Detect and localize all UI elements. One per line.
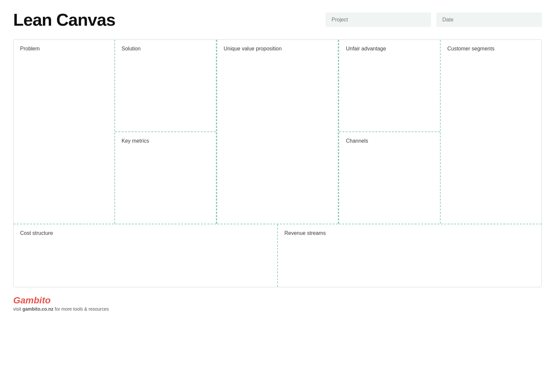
brand-name: Gambito [13, 295, 542, 306]
problem-cell: Problem [14, 40, 115, 224]
channels-cell: Channels [339, 132, 440, 224]
uvp-cell: Unique value proposition [217, 40, 339, 224]
revenue-streams-cell: Revenue streams [278, 224, 541, 287]
unfair-advantage-label: Unfair advantage [339, 40, 440, 55]
unfair-stack: Unfair advantage Channels [338, 40, 441, 224]
top-section: Problem Solution Key metrics Unique valu… [14, 40, 541, 224]
key-metrics-label: Key metrics [115, 132, 216, 147]
bottom-section: Cost structure Revenue streams [14, 224, 541, 287]
problem-label: Problem [14, 40, 114, 55]
customer-segments-cell: Customer segments [441, 40, 541, 224]
unfair-advantage-cell: Unfair advantage [339, 40, 440, 132]
customer-segments-label: Customer segments [441, 40, 541, 55]
page-title: Lean Canvas [13, 10, 115, 30]
project-input[interactable] [326, 13, 431, 27]
solution-stack: Solution Key metrics [115, 40, 217, 224]
solution-label: Solution [115, 40, 216, 55]
tagline-prefix: visit [13, 306, 22, 312]
tagline-link: gambito.co.nz [22, 306, 53, 312]
page-header: Lean Canvas [13, 10, 542, 30]
cost-structure-cell: Cost structure [14, 224, 278, 287]
footer-tagline: visit gambito.co.nz for more tools & res… [13, 306, 542, 312]
channels-label: Channels [339, 132, 440, 147]
footer: Gambito visit gambito.co.nz for more too… [13, 295, 542, 312]
revenue-streams-label: Revenue streams [278, 224, 541, 239]
cost-structure-label: Cost structure [14, 224, 277, 239]
date-input[interactable] [436, 13, 542, 27]
key-metrics-cell: Key metrics [115, 132, 216, 224]
lean-canvas: Problem Solution Key metrics Unique valu… [13, 40, 542, 287]
tagline-suffix: for more tools & resources [53, 306, 109, 312]
uvp-label: Unique value proposition [217, 40, 338, 55]
header-fields [326, 13, 542, 27]
solution-cell: Solution [115, 40, 216, 132]
